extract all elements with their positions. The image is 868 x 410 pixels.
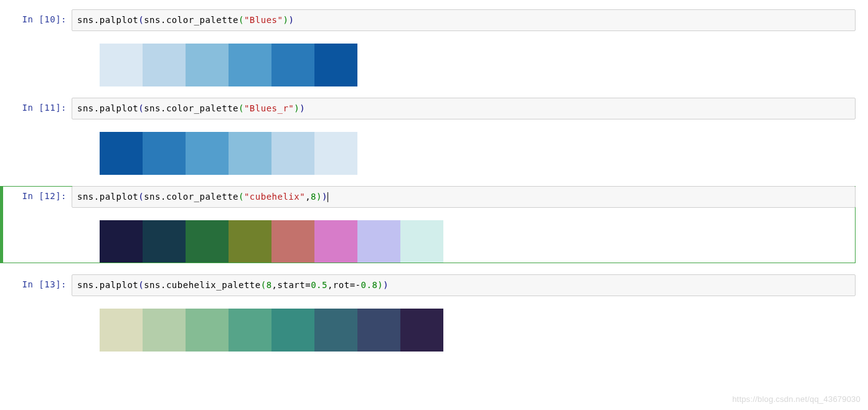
code-token: . [94, 192, 100, 202]
color-swatch [100, 220, 143, 263]
code-token: . [161, 192, 166, 202]
color-swatch [229, 132, 271, 175]
code-token: ( [138, 103, 144, 113]
cell-input-row: In [10]:sns.palplot(sns.color_palette("B… [0, 9, 868, 31]
code-token: , [328, 280, 333, 290]
code-token: palplot [100, 192, 139, 202]
code-token: ) [300, 103, 305, 113]
code-token: palplot [100, 280, 139, 290]
code-token: palplot [100, 103, 139, 113]
code-token: palplot [100, 15, 139, 25]
code-token: . [94, 15, 100, 25]
color-swatch [271, 132, 314, 175]
code-token: color_palette [166, 192, 238, 202]
notebook-cell[interactable]: In [10]:sns.palplot(sns.color_palette("B… [0, 9, 868, 98]
notebook-cell[interactable]: In [12]:sns.palplot(sns.color_palette("c… [0, 186, 868, 274]
code-token: ) [322, 192, 328, 202]
color-swatch [271, 44, 314, 86]
code-token: ( [261, 280, 267, 290]
color-swatch [100, 309, 143, 352]
color-swatch [143, 44, 186, 86]
color-swatch [186, 220, 229, 263]
code-token: color_palette [166, 15, 238, 25]
color-swatch [314, 132, 357, 175]
code-token: sns [144, 15, 161, 25]
input-prompt: In [13]: [0, 274, 72, 289]
code-token: ( [138, 280, 144, 290]
code-token: = [350, 280, 356, 290]
cell-output [0, 31, 868, 86]
code-token: ) [316, 192, 322, 202]
color-swatch [357, 220, 400, 263]
code-token: sns [144, 280, 161, 290]
code-editor[interactable]: sns.palplot(sns.color_palette("cubehelix… [72, 186, 856, 208]
color-swatch [100, 44, 143, 86]
color-swatch [314, 220, 357, 263]
cell-output [0, 208, 868, 263]
input-prompt: In [12]: [0, 186, 72, 201]
color-swatch [186, 132, 229, 175]
input-prompt: In [10]: [0, 9, 72, 24]
color-swatch [229, 309, 271, 352]
code-token: start [278, 280, 306, 290]
code-token: ( [238, 192, 244, 202]
code-token: ) [288, 15, 294, 25]
code-token: , [272, 280, 278, 290]
notebook-cell[interactable]: In [11]:sns.palplot(sns.color_palette("B… [0, 98, 868, 186]
color-swatch [100, 132, 143, 175]
color-swatch [314, 309, 357, 352]
code-token: ( [138, 192, 144, 202]
code-token: 8 [267, 280, 272, 290]
code-token: rot [333, 280, 350, 290]
cell-input-row: In [11]:sns.palplot(sns.color_palette("B… [0, 98, 868, 119]
code-editor[interactable]: sns.palplot(sns.color_palette("Blues")) [72, 9, 856, 31]
code-token: 0.8 [361, 280, 378, 290]
code-token: . [161, 280, 166, 290]
code-token: ) [383, 280, 389, 290]
color-palette [100, 44, 868, 86]
code-token: sns [77, 15, 94, 25]
color-palette [100, 132, 868, 175]
code-token: - [356, 280, 361, 290]
code-editor[interactable]: sns.palplot(sns.color_palette("Blues_r")… [72, 98, 856, 119]
code-token: . [94, 280, 100, 290]
color-swatch [143, 309, 186, 352]
code-token: "Blues" [244, 15, 283, 25]
code-token: . [94, 103, 100, 113]
code-token: 0.5 [311, 280, 328, 290]
cell-output [0, 296, 868, 352]
code-token: ( [238, 15, 244, 25]
color-swatch [229, 220, 271, 263]
color-swatch [143, 220, 186, 263]
code-token: cubehelix_palette [166, 280, 261, 290]
color-palette [100, 220, 868, 263]
color-swatch [271, 220, 314, 263]
notebook-cell[interactable]: In [13]:sns.palplot(sns.cubehelix_palett… [0, 274, 868, 363]
code-token: ( [238, 103, 244, 113]
color-swatch [143, 132, 186, 175]
color-swatch [314, 44, 357, 86]
cell-input-row: In [12]:sns.palplot(sns.color_palette("c… [0, 186, 868, 208]
code-token: sns [77, 103, 94, 113]
cell-output [0, 119, 868, 175]
code-editor[interactable]: sns.palplot(sns.cubehelix_palette(8,star… [72, 274, 856, 296]
code-token: . [161, 15, 166, 25]
code-token: color_palette [166, 103, 238, 113]
code-token: sns [77, 280, 94, 290]
color-swatch [357, 309, 400, 352]
color-palette [100, 309, 868, 352]
color-swatch [186, 309, 229, 352]
code-token: "Blues_r" [244, 103, 294, 113]
code-token: sns [144, 192, 161, 202]
code-token: sns [144, 103, 161, 113]
color-swatch [400, 309, 443, 352]
text-cursor [328, 192, 328, 202]
code-token: ) [294, 103, 300, 113]
code-token: = [305, 280, 311, 290]
code-token: . [161, 103, 166, 113]
cell-input-row: In [13]:sns.palplot(sns.cubehelix_palett… [0, 274, 868, 296]
jupyter-notebook: In [10]:sns.palplot(sns.color_palette("B… [0, 0, 868, 363]
code-token: sns [77, 192, 94, 202]
code-token: "cubehelix" [244, 192, 305, 202]
color-swatch [186, 44, 229, 86]
